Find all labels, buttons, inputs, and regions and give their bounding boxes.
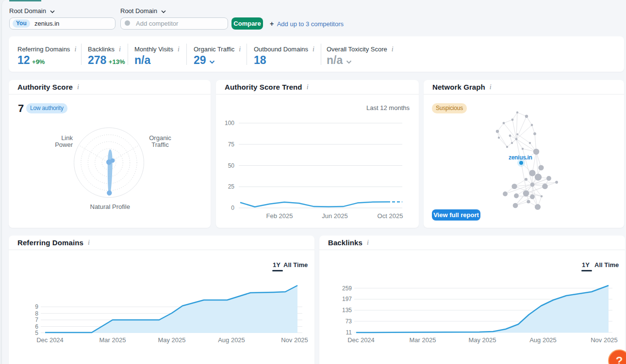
svg-text:Link: Link xyxy=(61,134,73,142)
svg-text:75: 75 xyxy=(228,141,235,148)
svg-text:6: 6 xyxy=(35,323,38,330)
svg-text:Feb 2025: Feb 2025 xyxy=(266,212,293,220)
svg-text:197: 197 xyxy=(342,296,352,302)
svg-text:Nov 2025: Nov 2025 xyxy=(591,336,618,344)
svg-text:73: 73 xyxy=(346,318,352,325)
svg-text:Jun 2025: Jun 2025 xyxy=(322,212,348,220)
svg-text:Natural Profile: Natural Profile xyxy=(90,203,130,210)
svg-text:0: 0 xyxy=(231,205,234,211)
svg-text:Power: Power xyxy=(55,141,73,148)
svg-text:Dec 2024: Dec 2024 xyxy=(347,336,375,344)
svg-text:135: 135 xyxy=(342,307,352,314)
svg-text:7: 7 xyxy=(35,317,38,323)
svg-text:11: 11 xyxy=(346,329,352,336)
svg-text:100: 100 xyxy=(225,120,234,127)
svg-text:Traffic: Traffic xyxy=(151,141,169,148)
svg-text:May 2025: May 2025 xyxy=(468,336,496,344)
svg-text:9: 9 xyxy=(35,303,38,310)
svg-text:Aug 2025: Aug 2025 xyxy=(218,336,245,344)
svg-text:Mar 2025: Mar 2025 xyxy=(99,336,126,344)
svg-text:25: 25 xyxy=(228,183,235,190)
svg-text:May 2025: May 2025 xyxy=(158,336,185,344)
svg-text:8: 8 xyxy=(35,310,38,317)
svg-text:Aug 2025: Aug 2025 xyxy=(529,336,557,344)
svg-text:Organic: Organic xyxy=(149,134,171,142)
svg-text:Nov 2025: Nov 2025 xyxy=(281,336,308,344)
svg-text:5: 5 xyxy=(35,330,38,336)
svg-text:50: 50 xyxy=(228,162,235,169)
svg-text:Dec 2024: Dec 2024 xyxy=(36,336,64,344)
svg-text:Oct 2025: Oct 2025 xyxy=(378,212,403,220)
svg-text:259: 259 xyxy=(342,285,352,292)
svg-text:Mar 2025: Mar 2025 xyxy=(410,336,436,344)
